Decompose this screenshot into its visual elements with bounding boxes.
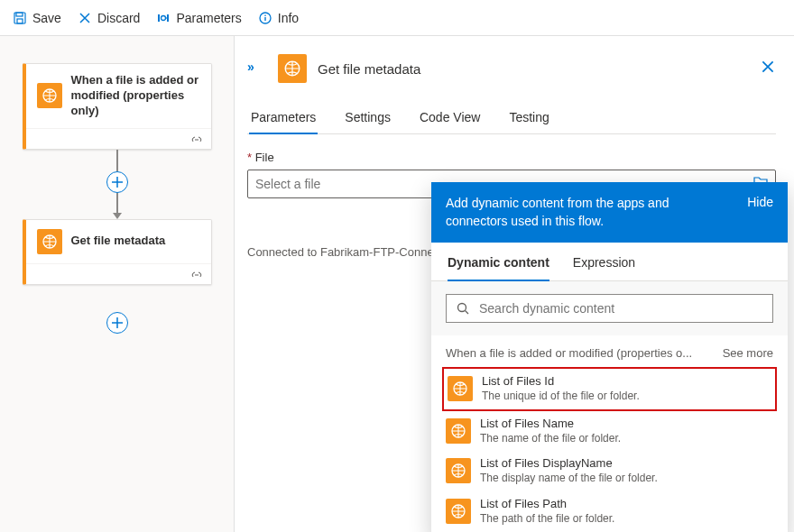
dynamic-content-list[interactable]: List of Files IdThe unique id of the fil… bbox=[431, 367, 788, 532]
search-box bbox=[446, 294, 773, 323]
parameters-icon bbox=[156, 11, 171, 25]
ftp-icon bbox=[446, 499, 471, 524]
close-button[interactable] bbox=[760, 59, 776, 78]
save-icon bbox=[13, 11, 27, 25]
detail-title: Get file metadata bbox=[318, 61, 420, 77]
ftp-icon bbox=[446, 458, 471, 483]
tab-testing[interactable]: Testing bbox=[507, 103, 550, 133]
detail-tabs: Parameters Settings Code View Testing bbox=[247, 103, 776, 134]
discard-label: Discard bbox=[97, 11, 140, 25]
discard-button[interactable]: Discard bbox=[78, 11, 140, 25]
flow-canvas: When a file is added or modified (proper… bbox=[0, 36, 235, 532]
dc-item-files-path[interactable]: List of Files PathThe path of the file o… bbox=[442, 491, 777, 531]
ftp-icon bbox=[448, 376, 473, 401]
add-step-button[interactable] bbox=[106, 312, 128, 334]
tab-settings[interactable]: Settings bbox=[343, 103, 392, 133]
trigger-card[interactable]: When a file is added or modified (proper… bbox=[23, 63, 212, 150]
search-input[interactable] bbox=[479, 301, 763, 316]
add-step-button[interactable] bbox=[106, 171, 128, 193]
dc-item-files-displayname[interactable]: List of Files DisplayNameThe display nam… bbox=[442, 451, 777, 491]
hide-button[interactable]: Hide bbox=[747, 195, 773, 209]
info-label: Info bbox=[278, 11, 299, 25]
ftp-icon bbox=[37, 229, 62, 254]
ftp-icon bbox=[37, 83, 62, 108]
ftp-icon bbox=[446, 418, 471, 444]
tab-codeview[interactable]: Code View bbox=[418, 103, 482, 133]
info-icon bbox=[258, 11, 272, 25]
parameters-label: Parameters bbox=[176, 11, 241, 25]
save-label: Save bbox=[32, 11, 61, 25]
action-title: Get file metadata bbox=[71, 234, 166, 249]
discard-icon bbox=[78, 11, 92, 25]
info-button[interactable]: Info bbox=[258, 11, 299, 25]
ftp-icon bbox=[278, 54, 307, 83]
section-label: When a file is added or modified (proper… bbox=[446, 346, 692, 360]
dc-item-files-name[interactable]: List of Files NameThe name of the file o… bbox=[442, 411, 777, 451]
file-field-label: * File bbox=[247, 151, 776, 164]
toolbar: Save Discard Parameters Info bbox=[0, 0, 794, 36]
action-card[interactable]: Get file metadata bbox=[23, 219, 212, 285]
trigger-title: When a file is added or modified (proper… bbox=[71, 73, 200, 119]
search-icon bbox=[456, 301, 470, 316]
tab-expression[interactable]: Expression bbox=[573, 255, 635, 280]
popup-heading: Add dynamic content from the apps and co… bbox=[446, 195, 716, 230]
collapse-button[interactable]: » bbox=[247, 60, 254, 74]
tab-dynamic-content[interactable]: Dynamic content bbox=[448, 255, 549, 280]
see-more-button[interactable]: See more bbox=[723, 346, 773, 360]
dynamic-content-popup: Add dynamic content from the apps and co… bbox=[431, 182, 788, 532]
link-icon bbox=[189, 133, 204, 145]
link-icon bbox=[189, 268, 204, 280]
save-button[interactable]: Save bbox=[13, 11, 61, 25]
tab-parameters[interactable]: Parameters bbox=[249, 103, 318, 133]
dc-item-files-id[interactable]: List of Files IdThe unique id of the fil… bbox=[442, 367, 777, 410]
parameters-button[interactable]: Parameters bbox=[156, 11, 241, 25]
